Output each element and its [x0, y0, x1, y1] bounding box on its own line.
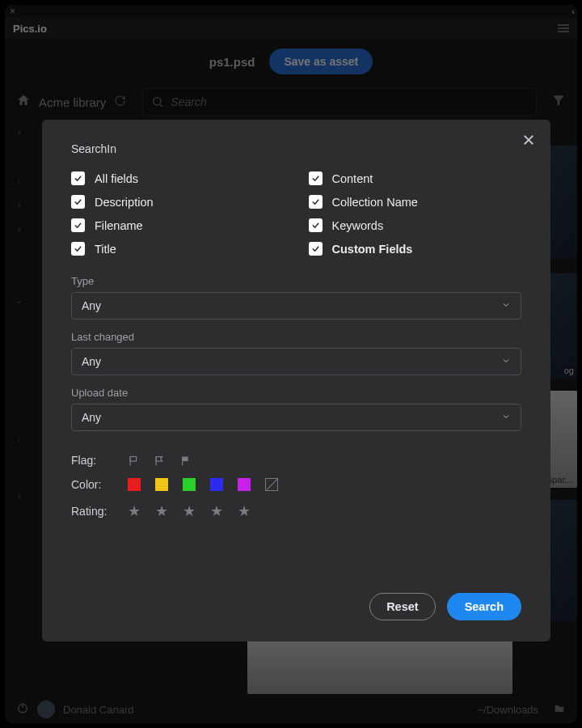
star-icon[interactable]: ★ — [238, 502, 251, 520]
checkbox-keywords[interactable]: Keywords — [309, 218, 522, 232]
color-row: Color: — [71, 478, 521, 491]
checkbox-title[interactable]: Title — [71, 242, 285, 256]
checkbox-filename[interactable]: Filename — [71, 218, 285, 232]
checkbox-custom-fields[interactable]: Custom Fields — [309, 242, 522, 256]
flag-label: Flag: — [71, 454, 113, 467]
checkbox-icon — [309, 242, 323, 256]
advanced-search-modal: SearchIn All fields Content Description … — [42, 120, 550, 641]
checkbox-description[interactable]: Description — [71, 195, 285, 209]
checkbox-label: Keywords — [332, 219, 384, 232]
checkbox-label: Filename — [95, 219, 143, 232]
dropdown-value: Any — [82, 411, 101, 424]
checkbox-collection-name[interactable]: Collection Name — [309, 195, 522, 209]
type-label: Type — [71, 275, 521, 287]
color-swatch-none[interactable] — [265, 478, 278, 491]
checkbox-icon — [71, 242, 85, 256]
flag-outline-icon[interactable] — [128, 455, 139, 466]
chevron-down-icon — [501, 355, 511, 368]
rating-label: Rating: — [71, 505, 113, 518]
checkbox-icon — [309, 218, 323, 232]
modal-title: SearchIn — [71, 142, 521, 155]
checkbox-icon — [71, 171, 85, 185]
checkbox-all-fields[interactable]: All fields — [71, 171, 285, 185]
star-icon[interactable]: ★ — [210, 502, 223, 520]
checkbox-label: Content — [332, 172, 373, 185]
upload-date-dropdown[interactable]: Any — [71, 404, 521, 431]
checkbox-content[interactable]: Content — [309, 171, 522, 185]
checkbox-icon — [309, 195, 323, 209]
chevron-down-icon — [501, 299, 511, 312]
svg-rect-9 — [182, 457, 183, 466]
dropdown-value: Any — [82, 299, 101, 312]
color-swatch-red[interactable] — [128, 478, 141, 491]
color-swatch-yellow[interactable] — [155, 478, 168, 491]
reset-button[interactable]: Reset — [369, 593, 436, 620]
flag-filled-icon[interactable] — [179, 455, 191, 466]
type-dropdown[interactable]: Any — [71, 292, 521, 320]
search-button[interactable]: Search — [447, 593, 521, 620]
last-changed-dropdown[interactable]: Any — [71, 348, 521, 375]
close-icon[interactable] — [521, 133, 536, 150]
star-icon[interactable]: ★ — [183, 502, 196, 520]
star-icon[interactable]: ★ — [155, 502, 168, 520]
color-swatch-green[interactable] — [183, 478, 196, 491]
color-label: Color: — [71, 478, 113, 491]
checkbox-label: Title — [95, 243, 116, 256]
color-swatch-magenta[interactable] — [238, 478, 251, 491]
flag-outline-icon[interactable] — [154, 455, 165, 466]
color-swatch-blue[interactable] — [210, 478, 223, 491]
checkbox-icon — [71, 195, 85, 209]
checkbox-icon — [309, 171, 323, 185]
last-changed-label: Last changed — [71, 331, 521, 343]
checkbox-label: Custom Fields — [332, 243, 413, 256]
upload-date-label: Upload date — [71, 387, 521, 399]
checkbox-label: Description — [95, 196, 154, 209]
dropdown-value: Any — [82, 355, 101, 368]
checkbox-icon — [71, 218, 85, 232]
svg-rect-6 — [130, 457, 137, 462]
flag-row: Flag: — [71, 454, 521, 467]
checkbox-label: All fields — [95, 172, 138, 185]
star-icon[interactable]: ★ — [128, 502, 141, 520]
chevron-down-icon — [501, 411, 511, 424]
rating-row: Rating: ★ ★ ★ ★ ★ — [71, 502, 521, 520]
checkbox-label: Collection Name — [332, 196, 418, 209]
